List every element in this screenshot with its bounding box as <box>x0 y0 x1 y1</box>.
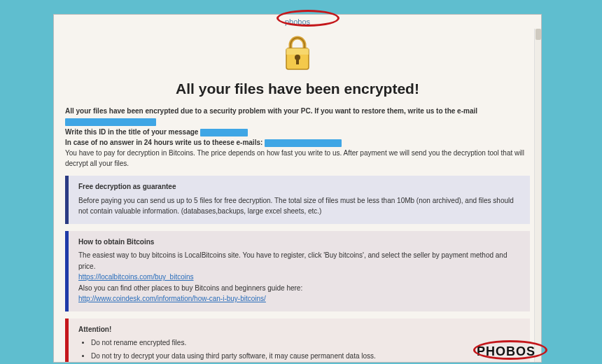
scroll-thumb[interactable] <box>536 29 541 40</box>
intro-line-1: All your files have been encrypted due t… <box>65 107 477 115</box>
obtain-link-2[interactable]: http://www.coindesk.com/information/how-… <box>78 295 266 302</box>
lock-wrap <box>65 34 530 75</box>
box-attention: Attention! Do not rename encrypted files… <box>65 318 530 363</box>
box-obtain: How to obtain Bitcoins The easiest way t… <box>65 231 530 312</box>
redacted-email-1 <box>65 118 156 126</box>
window-title: phobos <box>285 18 310 26</box>
brand-logo: PHOBOS <box>477 344 536 359</box>
scrollbar[interactable] <box>534 29 541 362</box>
guarantee-title: Free decryption as guarantee <box>78 181 522 192</box>
box-guarantee: Free decryption as guarantee Before payi… <box>65 176 530 224</box>
intro-line-2: Write this ID in the title of your messa… <box>65 128 198 136</box>
attention-title: Attention! <box>78 324 522 335</box>
obtain-link-1[interactable]: https://localbitcoins.com/buy_bitcoins <box>78 273 194 281</box>
guarantee-body: Before paying you can send us up to 5 fi… <box>78 195 522 217</box>
attention-bullet: Do not try to decrypt your data using th… <box>91 351 522 362</box>
intro-line-4: You have to pay for decryption in Bitcoi… <box>65 148 530 169</box>
titlebar: phobos <box>54 15 541 29</box>
intro-line-3: In case of no answer in 24 hours write u… <box>65 139 262 146</box>
obtain-body-2: Also you can find other places to buy Bi… <box>78 283 522 294</box>
obtain-title: How to obtain Bitcoins <box>78 237 522 248</box>
svg-rect-3 <box>296 58 299 64</box>
redacted-id <box>200 129 248 136</box>
attention-list: Do not rename encrypted files. Do not tr… <box>78 337 522 363</box>
svg-rect-1 <box>286 48 309 55</box>
intro-block: All your files have been encrypted due t… <box>65 106 530 169</box>
dialog-window: phobos All your files have been encrypte… <box>53 14 542 363</box>
content-area: All your files have been encrypted! All … <box>54 29 541 363</box>
attention-bullet: Do not rename encrypted files. <box>91 337 522 349</box>
obtain-body-1: The easiest way to buy bitcoins is Local… <box>78 250 522 272</box>
redacted-email-2 <box>265 139 342 147</box>
headline: All your files have been encrypted! <box>65 80 530 97</box>
lock-icon <box>281 34 314 75</box>
